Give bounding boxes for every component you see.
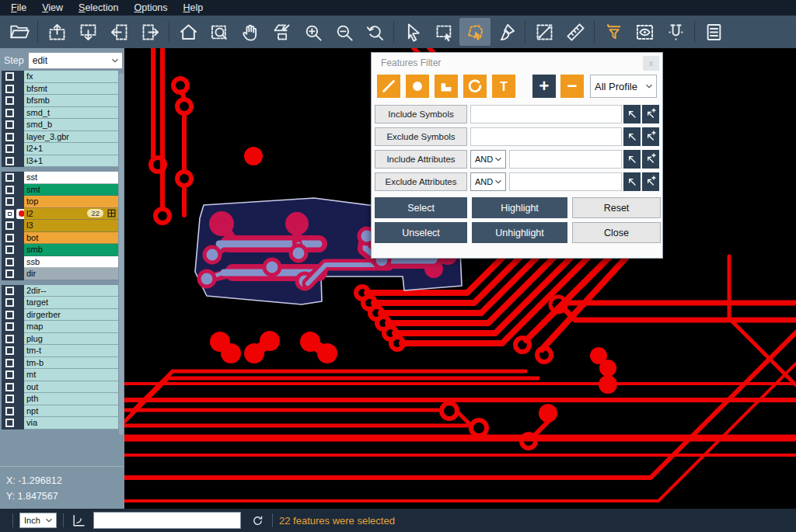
zoom-previous-button[interactable] — [359, 18, 390, 46]
home-view-button[interactable] — [173, 18, 204, 46]
layer-row-plug[interactable]: plug — [24, 333, 118, 346]
menu-selection[interactable]: Selection — [71, 1, 126, 15]
open-file-button[interactable] — [3, 18, 34, 46]
include-attributes-input[interactable] — [509, 150, 622, 169]
view-profile-button[interactable] — [629, 18, 660, 46]
layer-checkbox-layer_3.gbr[interactable] — [5, 133, 14, 141]
zoom-in-button[interactable] — [297, 18, 328, 46]
pan-left-button[interactable] — [103, 18, 134, 46]
layer-row-dirgerber[interactable]: dirgerber — [24, 309, 118, 322]
layer-row-smt[interactable]: smt — [24, 184, 118, 196]
layer-checkbox-tm-b[interactable] — [5, 359, 14, 367]
highlight-button[interactable]: Highlight — [472, 197, 567, 218]
layer-row-mt[interactable]: mt — [24, 369, 118, 381]
zoom-out-button[interactable] — [328, 18, 359, 46]
menu-help[interactable]: Help — [176, 1, 211, 15]
measure-distance-button[interactable] — [529, 18, 560, 46]
layer-row-target[interactable]: target — [24, 297, 118, 309]
include-symbols-pick-button[interactable] — [623, 105, 641, 123]
exclude-symbols-pick-button[interactable] — [623, 127, 641, 146]
layer-checkbox-bfsmt[interactable] — [5, 85, 14, 93]
layer-row-bot[interactable]: bot — [24, 232, 118, 245]
layer-row-layer_3.gbr[interactable]: layer_3.gbr — [24, 131, 118, 144]
add-filter-button[interactable]: + — [532, 75, 556, 98]
layer-row-l2+1[interactable]: l2+1 — [24, 143, 118, 155]
layer-row-bfsmb[interactable]: bfsmb — [24, 95, 118, 107]
layer-row-smd_b[interactable]: smd_b — [24, 119, 118, 131]
exclude-symbols-input[interactable] — [470, 127, 622, 146]
unselect-button[interactable]: Unselect — [375, 222, 467, 243]
dialog-titlebar[interactable]: Features Filter x — [372, 53, 662, 73]
pan-right-button[interactable] — [134, 18, 166, 46]
layer-scrollbar[interactable] — [119, 73, 124, 435]
clear-highlight-button[interactable] — [491, 18, 522, 46]
layer-row-l2[interactable]: l222 — [24, 208, 118, 221]
include-attributes-pick-button[interactable] — [623, 150, 641, 169]
exclude-symbols-pick-add-button[interactable] — [642, 127, 659, 146]
filter-pad-button[interactable] — [406, 75, 429, 98]
command-input[interactable] — [93, 512, 241, 529]
layer-row-out[interactable]: out — [24, 381, 118, 394]
menu-file[interactable]: File — [3, 1, 34, 15]
layer-checkbox-tm-t[interactable] — [5, 346, 14, 355]
layer-checkbox-smb[interactable] — [5, 245, 14, 254]
layer-row-pth[interactable]: pth — [24, 393, 118, 405]
grid-icon[interactable] — [107, 209, 116, 217]
include-attributes-operator-select[interactable]: AND — [470, 150, 506, 169]
select-button[interactable]: Select — [375, 197, 467, 218]
measure-ruler-button[interactable] — [560, 18, 591, 46]
layer-checkbox-l2+1[interactable] — [5, 144, 14, 153]
layer-row-smb[interactable]: smb — [24, 244, 118, 256]
exclude-attributes-pick-button[interactable] — [623, 172, 641, 191]
units-select[interactable]: Inch — [19, 513, 57, 528]
layer-checkbox-map[interactable] — [5, 322, 14, 331]
layer-checkbox-2dir--[interactable] — [5, 287, 14, 295]
refresh-icon[interactable] — [249, 512, 266, 529]
layer-checkbox-l3[interactable] — [5, 221, 14, 230]
report-list-button[interactable] — [698, 18, 729, 46]
include-attributes-button[interactable]: Include Attributes — [375, 150, 467, 169]
zoom-selection-button[interactable] — [266, 18, 297, 46]
reset-button[interactable]: Reset — [572, 197, 661, 218]
pan-up-button[interactable] — [41, 18, 72, 46]
layer-checkbox-sst[interactable] — [5, 173, 14, 182]
select-polygon-button[interactable] — [459, 18, 491, 46]
layer-checkbox-dir[interactable] — [5, 269, 14, 278]
select-rectangle-button[interactable] — [428, 18, 459, 46]
exclude-symbols-button[interactable]: Exclude Symbols — [375, 127, 467, 146]
layer-checkbox-out[interactable] — [5, 383, 14, 391]
zoom-window-button[interactable] — [204, 18, 235, 46]
close-button[interactable]: Close — [572, 222, 661, 243]
layer-checkbox-plug[interactable] — [5, 335, 14, 343]
layer-checkbox-smt[interactable] — [5, 186, 14, 194]
features-filter-button[interactable] — [598, 18, 629, 46]
remove-filter-button[interactable]: − — [560, 75, 584, 98]
layer-checkbox-bot[interactable] — [5, 234, 14, 242]
layer-row-tm-t[interactable]: tm-t — [24, 345, 118, 357]
layer-checkbox-smd_t[interactable] — [5, 109, 14, 117]
exclude-attributes-button[interactable]: Exclude Attributes — [375, 172, 467, 191]
layer-checkbox-smd_b[interactable] — [5, 120, 14, 129]
snap-mode-button[interactable] — [660, 18, 691, 46]
layer-row-fx[interactable]: fx — [24, 71, 118, 83]
exclude-attributes-pick-add-button[interactable] — [642, 172, 659, 191]
layer-checkbox-bfsmb[interactable] — [5, 96, 14, 105]
layer-row-tm-b[interactable]: tm-b — [24, 357, 118, 370]
include-attributes-pick-add-button[interactable] — [642, 150, 659, 169]
layer-row-smd_t[interactable]: smd_t — [24, 107, 118, 120]
layer-checkbox-mt[interactable] — [5, 370, 14, 379]
layer-row-l3[interactable]: l3 — [24, 220, 118, 232]
include-symbols-pick-add-button[interactable] — [642, 105, 659, 123]
include-symbols-button[interactable]: Include Symbols — [375, 105, 467, 123]
filter-text-button[interactable]: T — [492, 75, 515, 98]
layer-checkbox-target[interactable] — [5, 298, 14, 307]
pan-hand-button[interactable] — [235, 18, 266, 46]
layer-checkbox-npt[interactable] — [5, 407, 14, 416]
pan-down-button[interactable] — [72, 18, 103, 46]
unhighlight-button[interactable]: Unhighlight — [472, 222, 567, 243]
select-arrow-button[interactable] — [397, 18, 428, 46]
layer-checkbox-ssb[interactable] — [5, 258, 14, 266]
step-select[interactable]: edit — [28, 52, 123, 69]
layer-row-2dir--[interactable]: 2dir-- — [24, 285, 118, 297]
layer-checkbox-fx[interactable] — [5, 72, 14, 81]
